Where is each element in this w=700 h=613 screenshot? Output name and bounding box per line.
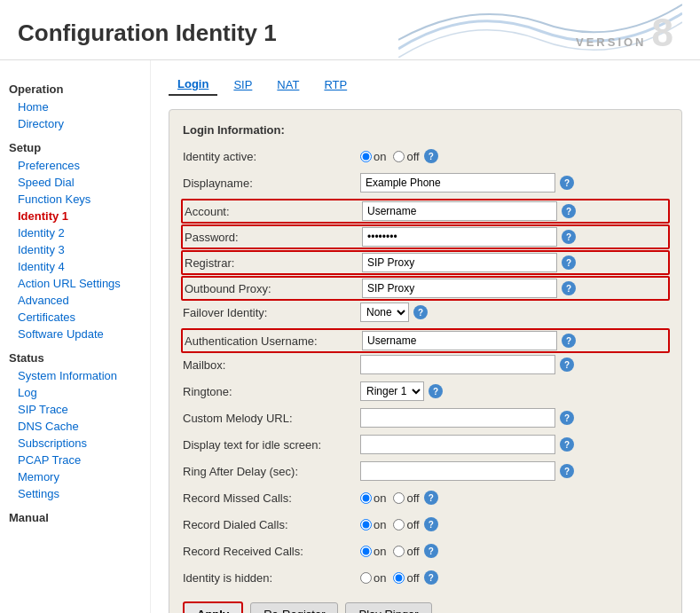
help-record-received[interactable]: ? — [424, 544, 438, 558]
radio-missed-off[interactable] — [393, 492, 405, 504]
label-outbound-proxy: Outbound Proxy: — [185, 282, 362, 295]
help-identity-active[interactable]: ? — [424, 149, 438, 163]
sidebar: Operation Home Directory Setup Preferenc… — [0, 60, 151, 613]
input-custom-melody[interactable] — [360, 408, 555, 428]
radio-hidden-on[interactable] — [360, 572, 372, 584]
input-idle-text[interactable] — [360, 435, 555, 454]
help-idle-text[interactable]: ? — [560, 437, 574, 452]
help-record-missed[interactable]: ? — [424, 491, 438, 505]
field-password: Password: ? — [181, 224, 670, 249]
field-idle-text: Display text for idle screen: ? — [183, 434, 668, 455]
radio-received-on[interactable] — [360, 546, 372, 557]
sidebar-item-software-update[interactable]: Software Update — [9, 326, 141, 342]
radio-received-on-label[interactable]: on — [360, 545, 386, 558]
sidebar-item-directory[interactable]: Directory — [9, 115, 141, 132]
sidebar-item-sip-trace[interactable]: SIP Trace — [9, 401, 141, 418]
help-failover-identity[interactable]: ? — [413, 305, 428, 319]
sidebar-item-home[interactable]: Home — [9, 98, 141, 115]
help-record-dialed[interactable]: ? — [424, 517, 438, 531]
field-ring-delay: Ring After Delay (sec): ? — [183, 460, 668, 482]
radio-hidden-off[interactable] — [393, 572, 405, 584]
radio-missed-on[interactable] — [360, 492, 372, 504]
label-mailbox: Mailbox: — [183, 358, 360, 372]
control-record-dialed: on off ? — [360, 517, 668, 531]
radio-identity-active: on off — [360, 150, 420, 163]
header-decoration — [398, 0, 682, 58]
label-record-dialed: Record Dialed Calls: — [183, 518, 360, 531]
sidebar-item-system-info[interactable]: System Information — [9, 367, 141, 384]
help-outbound-proxy[interactable]: ? — [562, 281, 576, 295]
input-auth-username[interactable] — [362, 331, 557, 350]
radio-on-label[interactable]: on — [360, 150, 386, 163]
apply-button[interactable]: Apply — [183, 601, 243, 613]
sidebar-item-dns-cache[interactable]: DNS Cache — [9, 418, 141, 435]
help-mailbox[interactable]: ? — [560, 358, 574, 372]
sidebar-item-function-keys[interactable]: Function Keys — [9, 191, 141, 208]
radio-off-label[interactable]: off — [393, 150, 419, 163]
tab-sip[interactable]: SIP — [224, 74, 261, 96]
help-ringtone[interactable]: ? — [429, 384, 443, 398]
help-password[interactable]: ? — [562, 230, 576, 244]
label-identity-hidden: Identity is hidden: — [183, 571, 360, 585]
tab-login[interactable]: Login — [169, 74, 217, 96]
radio-dialed-off[interactable] — [393, 519, 405, 530]
tab-nat[interactable]: NAT — [268, 74, 308, 96]
sidebar-item-log[interactable]: Log — [9, 384, 141, 401]
sidebar-item-identity2[interactable]: Identity 2 — [9, 224, 141, 241]
content-area: Login SIP NAT RTP Login Information: Ide… — [151, 60, 700, 613]
help-ring-delay[interactable]: ? — [560, 464, 574, 478]
input-account[interactable] — [362, 201, 557, 221]
label-password: Password: — [185, 231, 362, 244]
input-displayname[interactable] — [360, 173, 555, 193]
sidebar-item-advanced[interactable]: Advanced — [9, 292, 141, 309]
tab-bar: Login SIP NAT RTP — [169, 74, 682, 96]
radio-on[interactable] — [360, 151, 372, 162]
tab-rtp[interactable]: RTP — [315, 74, 356, 96]
field-record-missed: Record Missed Calls: on off ? — [183, 487, 668, 508]
radio-record-dialed: on off — [360, 518, 420, 531]
help-auth-username[interactable]: ? — [562, 334, 576, 348]
field-identity-hidden: Identity is hidden: on off ? — [183, 567, 668, 588]
help-custom-melody[interactable]: ? — [560, 411, 574, 425]
sidebar-item-speed-dial[interactable]: Speed Dial — [9, 174, 141, 191]
help-registrar[interactable]: ? — [562, 255, 576, 270]
input-mailbox[interactable] — [360, 355, 555, 374]
select-ringtone[interactable]: Ringer 1 — [360, 381, 424, 401]
radio-hidden-on-label[interactable]: on — [360, 571, 386, 585]
radio-received-off-label[interactable]: off — [393, 545, 419, 558]
input-ring-delay[interactable] — [360, 461, 555, 481]
field-registrar: Registrar: ? — [181, 250, 670, 275]
sidebar-item-certificates[interactable]: Certificates — [9, 309, 141, 326]
help-displayname[interactable]: ? — [560, 176, 574, 190]
sidebar-item-identity4[interactable]: Identity 4 — [9, 258, 141, 275]
radio-off[interactable] — [393, 151, 405, 162]
play-ringer-button[interactable]: Play Ringer — [345, 602, 431, 613]
sidebar-item-subscriptions[interactable]: Subscriptions — [9, 435, 141, 452]
radio-dialed-on[interactable] — [360, 519, 372, 530]
radio-missed-on-label[interactable]: on — [360, 491, 386, 505]
radio-missed-off-label[interactable]: off — [393, 491, 419, 505]
control-account: ? — [362, 201, 666, 221]
input-outbound-proxy[interactable] — [362, 279, 557, 298]
field-record-received: Record Received Calls: on off ? — [183, 540, 668, 562]
select-failover-identity[interactable]: None — [360, 303, 409, 322]
input-password[interactable] — [362, 227, 557, 247]
help-identity-hidden[interactable]: ? — [424, 570, 438, 585]
re-register-button[interactable]: Re-Register — [250, 602, 338, 613]
sidebar-item-action-url[interactable]: Action URL Settings — [9, 275, 141, 292]
sidebar-item-memory[interactable]: Memory — [9, 468, 141, 485]
control-failover-identity: None ? — [360, 303, 668, 322]
radio-received-off[interactable] — [393, 546, 405, 557]
radio-dialed-off-label[interactable]: off — [393, 518, 419, 531]
sidebar-item-pcap-trace[interactable]: PCAP Trace — [9, 452, 141, 468]
field-failover-identity: Failover Identity: None ? — [183, 302, 668, 323]
radio-dialed-on-label[interactable]: on — [360, 518, 386, 531]
help-account[interactable]: ? — [562, 204, 576, 218]
radio-hidden-off-label[interactable]: off — [393, 571, 419, 585]
sidebar-item-settings[interactable]: Settings — [9, 485, 141, 502]
sidebar-section-setup: Setup — [9, 141, 141, 154]
sidebar-item-identity3[interactable]: Identity 3 — [9, 241, 141, 258]
sidebar-item-preferences[interactable]: Preferences — [9, 157, 141, 174]
sidebar-item-identity1[interactable]: Identity 1 — [9, 208, 141, 224]
input-registrar[interactable] — [362, 253, 557, 272]
